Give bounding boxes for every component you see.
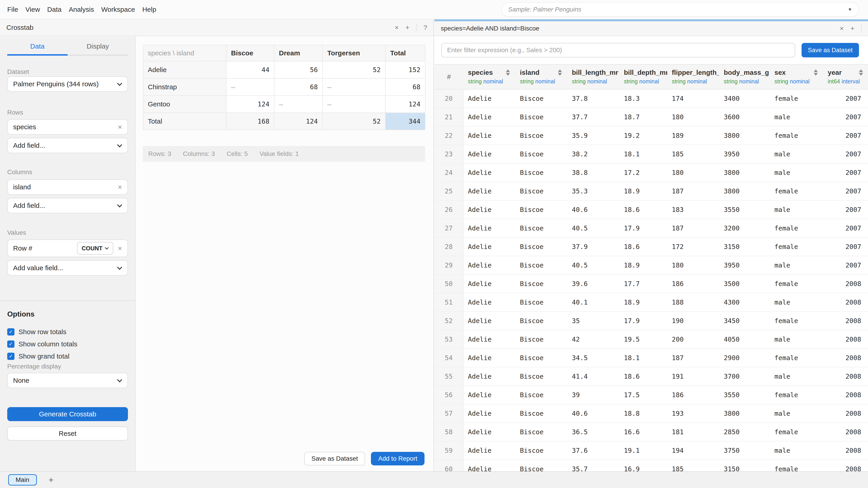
close-icon[interactable]: × — [395, 24, 399, 31]
add-panel-icon[interactable]: + — [850, 25, 855, 32]
rows-field-name: species — [13, 123, 36, 131]
sample-dataset-selector[interactable]: Sample: Palmer Penguins ▼ — [501, 2, 859, 17]
table-row[interactable]: 59AdelieBiscoe37.619.11943750male2008 — [434, 442, 868, 460]
table-row[interactable]: 57AdelieBiscoe40.618.81933800male2008 — [434, 404, 868, 423]
crosstab-cell[interactable]: 344 — [385, 113, 425, 130]
rows-add-field-select[interactable]: Add field... — [7, 138, 128, 153]
crosstab-cell[interactable]: 56 — [274, 61, 322, 78]
percentage-display-select[interactable]: None — [7, 373, 128, 388]
table-cell: male — [770, 367, 823, 385]
save-as-dataset-button[interactable]: Save as Dataset — [304, 452, 365, 465]
crosstab-cell[interactable]: 68 — [274, 78, 322, 96]
table-row[interactable]: 60AdelieBiscoe35.716.91853150female2008 — [434, 460, 868, 471]
column-type-badge: int64 interval — [828, 78, 868, 85]
checkbox-label: Show column totals — [19, 340, 77, 348]
save-as-dataset-button[interactable]: Save as Dataset — [802, 43, 859, 57]
generate-crosstab-button[interactable]: Generate Crosstab — [7, 407, 128, 421]
close-icon[interactable]: × — [840, 25, 844, 32]
table-row[interactable]: 27AdelieBiscoe40.517.91873200female2007 — [434, 219, 868, 238]
sort-icon[interactable] — [558, 69, 562, 76]
crosstab-cell[interactable]: 68 — [385, 78, 425, 96]
remove-value-icon[interactable]: × — [118, 244, 122, 253]
remove-field-icon[interactable]: × — [118, 183, 122, 191]
crosstab-cell[interactable]: 44 — [226, 61, 274, 78]
crosstab-cell[interactable]: 168 — [226, 113, 274, 130]
table-row[interactable]: 52AdelieBiscoe3517.91903450female2008 — [434, 312, 868, 330]
table-row[interactable]: 50AdelieBiscoe39.617.71863500female2008 — [434, 275, 868, 293]
crosstab-cell[interactable]: – — [322, 78, 385, 96]
checkbox-show-column-totals[interactable]: Show column totals — [7, 340, 128, 348]
add-panel-icon[interactable]: + — [405, 24, 410, 31]
table-row[interactable]: 23AdelieBiscoe38.218.11853950male2007 — [434, 145, 868, 164]
menu-item-file[interactable]: File — [7, 6, 18, 13]
table-row[interactable]: 54AdelieBiscoe34.518.11872900female2008 — [434, 349, 868, 367]
table-cell: Biscoe — [515, 219, 567, 237]
table-row[interactable]: 56AdelieBiscoe3917.51863550female2008 — [434, 386, 868, 404]
bottom-tab-bar: Main + — [0, 471, 868, 488]
app-window: File View Data Analysis Workspace Help S… — [0, 0, 868, 488]
table-row[interactable]: 29AdelieBiscoe40.518.91803950male2007 — [434, 256, 868, 275]
reset-button[interactable]: Reset — [7, 427, 128, 441]
tab-main[interactable]: Main — [8, 474, 37, 486]
crosstab-cell[interactable]: 52 — [322, 113, 385, 130]
sort-icon[interactable] — [814, 69, 818, 76]
checkbox-show-grand-total[interactable]: Show grand total — [7, 352, 128, 360]
add-tab-icon[interactable]: + — [49, 475, 54, 485]
aggregation-select[interactable]: COUNT — [77, 242, 113, 255]
column-header-species[interactable]: speciesstring nominal — [463, 65, 515, 89]
crosstab-cell[interactable]: 124 — [274, 113, 322, 130]
table-cell: 189 — [667, 127, 719, 144]
table-row[interactable]: 25AdelieBiscoe35.318.91873800female2007 — [434, 182, 868, 201]
crosstab-cell[interactable]: 124 — [226, 96, 274, 113]
help-icon[interactable]: ? — [423, 24, 427, 31]
crosstab-cell[interactable]: 152 — [385, 61, 425, 78]
table-cell: 18.6 — [619, 238, 667, 256]
checkbox-show-row-totals[interactable]: Show row totals — [7, 328, 128, 336]
crosstab-cell[interactable]: – — [274, 96, 322, 113]
config-tabs: Data Display — [7, 42, 128, 56]
column-header-island[interactable]: islandstring nominal — [515, 65, 567, 89]
column-header-year[interactable]: yearint64 interval — [823, 65, 868, 89]
row-number: 27 — [434, 219, 463, 237]
table-row[interactable]: 55AdelieBiscoe41.418.61913700male2008 — [434, 367, 868, 386]
filter-expression-input[interactable] — [441, 43, 795, 57]
remove-field-icon[interactable]: × — [118, 123, 122, 131]
column-name: body_mass_g — [724, 69, 769, 76]
dataset-select[interactable]: Palmer Penguins (344 rows) — [7, 76, 128, 92]
table-row[interactable]: 58AdelieBiscoe36.516.61812850female2008 — [434, 423, 868, 442]
table-row[interactable]: 26AdelieBiscoe40.618.61833550male2007 — [434, 201, 868, 219]
crosstab-cell[interactable]: 124 — [385, 96, 425, 113]
column-name: flipper_length_ — [672, 69, 719, 76]
value-field-name: Row # — [13, 245, 32, 252]
table-cell: Adelie — [463, 108, 515, 126]
columns-field-chip[interactable]: island × — [7, 180, 128, 195]
crosstab-cell[interactable]: – — [226, 78, 274, 96]
percentage-display-label: Percentage display — [7, 363, 128, 370]
menu-item-analysis[interactable]: Analysis — [69, 6, 94, 13]
table-cell: 186 — [667, 386, 719, 404]
rows-field-chip[interactable]: species × — [7, 119, 128, 135]
table-row[interactable]: 53AdelieBiscoe4219.52004050male2008 — [434, 330, 868, 349]
add-value-field-select[interactable]: Add value field... — [7, 260, 128, 275]
crosstab-cell[interactable]: – — [322, 96, 385, 113]
tab-data[interactable]: Data — [7, 42, 68, 56]
column-header-sex[interactable]: sexstring nominal — [770, 65, 823, 89]
table-cell: 186 — [667, 275, 719, 293]
sort-icon[interactable] — [506, 69, 510, 76]
menu-item-help[interactable]: Help — [142, 6, 156, 13]
menu-item-view[interactable]: View — [25, 6, 40, 13]
table-row[interactable]: 20AdelieBiscoe37.818.31743400female2007 — [434, 90, 868, 108]
menu-item-workspace[interactable]: Workspace — [101, 6, 135, 13]
table-row[interactable]: 21AdelieBiscoe37.718.71803600male2007 — [434, 108, 868, 127]
columns-add-field-select[interactable]: Add field... — [7, 198, 128, 213]
table-row[interactable]: 51AdelieBiscoe40.118.91884300male2008 — [434, 293, 868, 312]
table-row[interactable]: 28AdelieBiscoe37.918.61723150female2007 — [434, 238, 868, 256]
table-row[interactable]: 22AdelieBiscoe35.919.21893800female2007 — [434, 127, 868, 145]
table-row[interactable]: 24AdelieBiscoe38.817.21803800male2007 — [434, 164, 868, 182]
add-to-report-button[interactable]: Add to Report — [371, 452, 425, 465]
sort-icon[interactable] — [859, 69, 863, 76]
crosstab-cell[interactable]: 52 — [322, 61, 385, 78]
tab-display[interactable]: Display — [68, 42, 128, 56]
menu-item-data[interactable]: Data — [47, 6, 61, 13]
value-field-chip[interactable]: Row # COUNT × — [7, 239, 128, 257]
